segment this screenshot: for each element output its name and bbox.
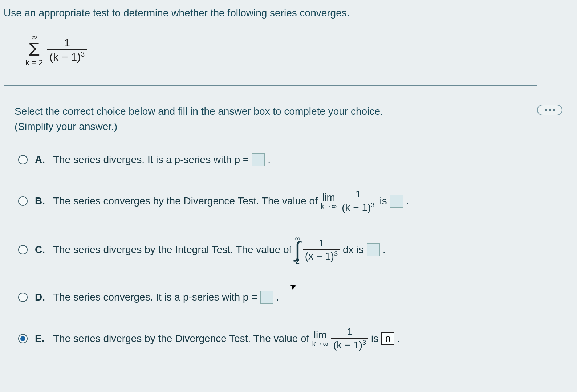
choice-b[interactable]: B. The series converges by the Divergenc… bbox=[18, 189, 577, 213]
choice-b-is: is bbox=[379, 195, 387, 207]
question-prompt: Use an appropriate test to determine whe… bbox=[4, 7, 577, 19]
radio-e[interactable] bbox=[18, 334, 28, 343]
choice-e-letter: E. bbox=[35, 333, 46, 344]
choice-a-answer-box[interactable] bbox=[252, 153, 265, 166]
series-expression: ∞ Σ k = 2 1 (k − 1)3 bbox=[4, 26, 577, 78]
choice-e[interactable]: E. The series diverges by the Divergence… bbox=[18, 326, 577, 351]
sigma-symbol: Σ bbox=[28, 41, 40, 58]
more-options-button[interactable] bbox=[537, 105, 562, 115]
series-numerator: 1 bbox=[62, 37, 72, 49]
choice-b-text: The series converges by the Divergence T… bbox=[53, 195, 318, 207]
choice-b-letter: B. bbox=[35, 195, 46, 207]
choice-e-is: is bbox=[371, 333, 378, 344]
instruction-text: Select the correct choice below and fill… bbox=[4, 86, 577, 134]
sigma-lower-bound: k = 2 bbox=[25, 59, 43, 67]
choice-c-period: . bbox=[383, 244, 386, 256]
radio-a[interactable] bbox=[18, 155, 28, 164]
choice-a-letter: A. bbox=[35, 154, 46, 166]
limit-expression-b: lim k→∞ bbox=[321, 192, 337, 210]
fraction-e: 1 (k − 1)3 bbox=[331, 326, 368, 351]
choice-d-text: The series converges. It is a p-series w… bbox=[53, 291, 257, 303]
choice-c-letter: C. bbox=[35, 244, 46, 256]
choice-d-answer-box[interactable] bbox=[260, 291, 273, 304]
answer-choices: A. The series diverges. It is a p-series… bbox=[4, 134, 577, 351]
choice-b-period: . bbox=[406, 195, 409, 207]
choice-b-answer-box[interactable] bbox=[390, 195, 403, 208]
choice-d-letter: D. bbox=[35, 291, 46, 303]
choice-a-period: . bbox=[268, 154, 271, 166]
choice-e-text: The series diverges by the Divergence Te… bbox=[53, 333, 309, 344]
choice-a-text: The series diverges. It is a p-series wi… bbox=[53, 154, 249, 166]
choice-d-period: . bbox=[276, 291, 279, 303]
choice-e-period: . bbox=[397, 333, 400, 344]
choice-a[interactable]: A. The series diverges. It is a p-series… bbox=[18, 149, 577, 171]
radio-c[interactable] bbox=[18, 245, 28, 254]
choice-c[interactable]: C. The series diverges by the Integral T… bbox=[18, 235, 577, 265]
choice-c-dx: dx is bbox=[343, 244, 364, 256]
choice-c-answer-box[interactable] bbox=[367, 243, 380, 256]
limit-expression-e: lim k→∞ bbox=[312, 330, 328, 347]
choice-c-text: The series diverges by the Integral Test… bbox=[53, 244, 292, 256]
integral-expression-c: ∞ ∫ 2 1 (x − 1)3 bbox=[294, 235, 340, 265]
radio-b[interactable] bbox=[18, 196, 28, 206]
series-denominator: (k − 1)3 bbox=[47, 49, 87, 63]
fraction-b: 1 (k − 1)3 bbox=[340, 189, 377, 213]
choice-e-answer-box[interactable]: 0 bbox=[381, 332, 394, 345]
radio-d[interactable] bbox=[18, 293, 28, 302]
